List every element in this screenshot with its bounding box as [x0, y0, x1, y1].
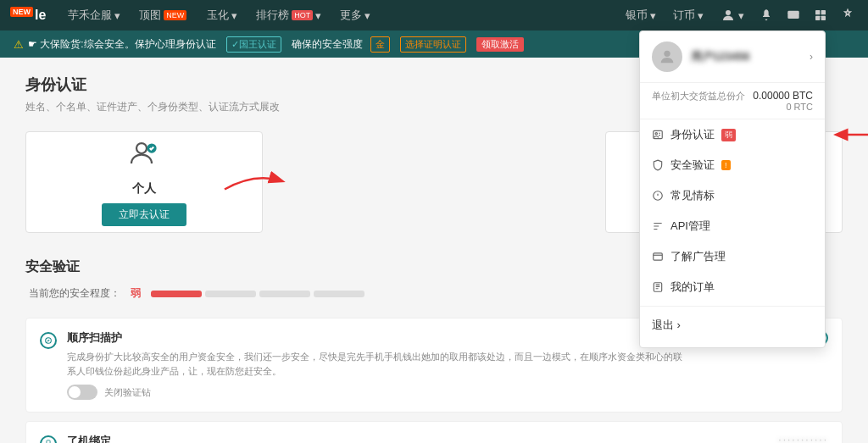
balance-rtc: 0 RTC [753, 102, 813, 112]
progress-seg-1 [151, 291, 202, 297]
bell-icon [760, 8, 773, 22]
svg-rect-17 [654, 253, 663, 260]
arrow-icon [220, 169, 288, 194]
dropdown-username: 用户123456 [691, 49, 801, 64]
spacer [314, 131, 580, 233]
nav-right: 银币 ▾ 订币 ▾ ▾ [620, 5, 858, 25]
dropdown-logout[interactable]: 退出 › [640, 310, 825, 341]
svg-rect-4 [815, 16, 820, 20]
ann-badge3: 选择证明认证 [400, 36, 466, 53]
balance-label-text: 单位初大交货益总份介 [652, 90, 745, 102]
progress-seg-2 [205, 291, 256, 297]
progress-seg-3 [259, 291, 310, 297]
top-nav: NEWIe 芋禾企服 ▾ 顶图 NEW 玉化 ▾ 排行榜 HOT ▾ 更多 ▾ … [0, 0, 868, 30]
nav-message[interactable] [783, 5, 804, 25]
identity-icon [652, 129, 664, 141]
svg-rect-1 [787, 11, 798, 19]
scan-protect-icon [40, 332, 57, 349]
shield-icon [44, 336, 53, 345]
svg-point-0 [726, 10, 731, 15]
nav-badge-new: NEW [10, 7, 33, 17]
security-progress [151, 291, 364, 297]
dropdown-item-api[interactable]: API管理 [640, 211, 825, 241]
dropdown-item-advertise[interactable]: 了解广告理 [640, 241, 825, 272]
personal-label: 个人 [132, 181, 156, 197]
security-icon [652, 159, 664, 171]
message-icon [787, 8, 800, 22]
scan-protect-body: 顺序扫描护 完成身份扩大比较高安全的用户资金安全，我们还一步安全，尽快是完先手机… [67, 330, 686, 400]
warn-icon: ⚠ [14, 38, 24, 51]
dropdown-item-identity[interactable]: 身份认证 弱 [640, 119, 825, 150]
nav-item-4[interactable]: 更多 ▾ [331, 4, 379, 26]
phone-icon-container [40, 435, 57, 443]
user-dropdown: 用户123456 › 单位初大交货益总份介 0.00000 BTC 0 RTC … [639, 30, 826, 348]
dropdown-avatar [652, 42, 682, 72]
phone-lock-title: 了机绑定 [67, 434, 768, 443]
svg-rect-2 [815, 10, 820, 14]
personal-verify-btn[interactable]: 立即去认证 [102, 203, 186, 226]
nav-item-3[interactable]: 排行榜 HOT ▾ [248, 4, 330, 26]
svg-rect-5 [821, 16, 826, 20]
ann-text2: 确保的安全强度 金 [292, 36, 390, 53]
security-item-phone: 了机绑定 乐手手机绑定记记心总的年一等等安我生到产，社认，我让年也年的等用时时 … [25, 421, 843, 443]
progress-seg-4 [314, 291, 364, 297]
nav-item-0[interactable]: 芋禾企服 ▾ [59, 4, 129, 26]
faq-icon [652, 190, 664, 202]
ann-badge1: ✓国王认证 [226, 36, 281, 53]
dropdown-identity-badge: 弱 [721, 129, 736, 141]
dropdown-item-orders[interactable]: 我的订单 [640, 272, 825, 302]
settings-icon [841, 8, 854, 22]
api-icon [652, 220, 664, 232]
dropdown-item-faq-label: 常见情标 [670, 188, 715, 203]
svg-point-15 [655, 133, 657, 135]
scan-protect-desc: 完成身份扩大比较高安全的用户资金安全，我们还一步安全，尽快是完先手机手机钱出她加… [67, 350, 686, 378]
ann-btn[interactable]: 领取激活 [476, 37, 524, 52]
red-arrow-personal [220, 169, 288, 197]
balance-values: 0.00000 BTC 0 RTC [753, 90, 813, 112]
phone-lock-body: 了机绑定 乐手手机绑定记记心总的年一等等安我生到产，社认，我让年也年的等用时时 [67, 434, 768, 443]
dropdown-item-advertise-label: 了解广告理 [670, 249, 726, 264]
phone-lock-right: ··········· [778, 434, 828, 443]
avatar-icon [658, 47, 676, 66]
dropdown-balance: 单位初大交货益总份介 0.00000 BTC 0 RTC [640, 83, 825, 119]
dropdown-item-api-label: API管理 [670, 219, 710, 234]
dropdown-arrow[interactable]: › [810, 51, 813, 63]
dropdown-item-identity-label: 身份认证 [670, 127, 715, 142]
balance-btc: 0.00000 BTC [753, 90, 813, 102]
ann-warn: ⚠ ☛ 大保险货:综会安全。保护心理身份认证 [14, 37, 216, 52]
dropdown-item-security-label: 安全验证 [670, 158, 715, 173]
nav-currency[interactable]: 订币 ▾ [668, 6, 709, 25]
svg-point-13 [664, 51, 670, 57]
svg-point-6 [136, 143, 147, 153]
nav-item-1[interactable]: 顶图 NEW [131, 4, 197, 26]
svg-rect-3 [821, 10, 826, 14]
nav-items: 芋禾企服 ▾ 顶图 NEW 玉化 ▾ 排行榜 HOT ▾ 更多 ▾ [59, 4, 620, 26]
advertise-icon [652, 251, 664, 263]
scan-protect-title: 顺序扫描护 [67, 330, 686, 346]
scan-toggle-row: 关闭验证钻 [67, 385, 686, 400]
phone-icon [44, 440, 53, 443]
dropdown-item-faq[interactable]: 常见情标 [640, 180, 825, 211]
person-icon [129, 138, 159, 169]
balance-label: 单位初大交货益总份介 [652, 90, 745, 112]
dropdown-item-orders-label: 我的订单 [670, 280, 715, 295]
dropdown-security-badge: ! [721, 160, 731, 170]
nav-item-2[interactable]: 玉化 ▾ [198, 4, 246, 26]
download-icon [814, 8, 827, 22]
nav-settings[interactable] [837, 5, 858, 25]
scan-toggle-label: 关闭验证钻 [104, 386, 151, 399]
personal-icon [129, 138, 159, 174]
orders-icon [652, 281, 664, 293]
dropdown-divider [640, 306, 825, 307]
dropdown-arrow-icon [829, 125, 868, 145]
nav-lang[interactable]: 银币 ▾ [620, 6, 661, 25]
nav-bell[interactable] [756, 5, 776, 25]
nav-download[interactable] [810, 5, 831, 25]
user-icon [721, 8, 736, 23]
dropdown-item-security[interactable]: 安全验证 ! [640, 150, 825, 180]
phone-value: ··········· [778, 434, 828, 443]
nav-user[interactable]: ▾ [715, 6, 749, 25]
nav-logo: NEWIe [10, 8, 46, 23]
dropdown-header: 用户123456 › [640, 31, 825, 83]
scan-toggle[interactable] [67, 385, 97, 400]
